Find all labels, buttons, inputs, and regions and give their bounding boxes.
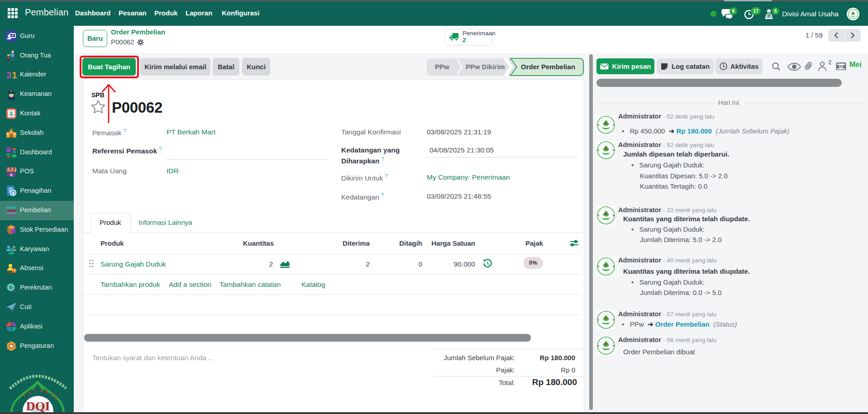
- svg-text:3: 3: [6, 70, 12, 80]
- svg-text:$: $: [12, 190, 14, 195]
- svg-text:A: A: [39, 388, 43, 393]
- svg-text:Y: Y: [22, 393, 27, 399]
- svg-text:Y: Y: [33, 388, 38, 394]
- svg-text:1: 1: [12, 70, 17, 80]
- svg-text:DQI: DQI: [26, 399, 50, 412]
- svg-text:A: A: [27, 390, 32, 396]
- svg-text:$: $: [768, 12, 770, 17]
